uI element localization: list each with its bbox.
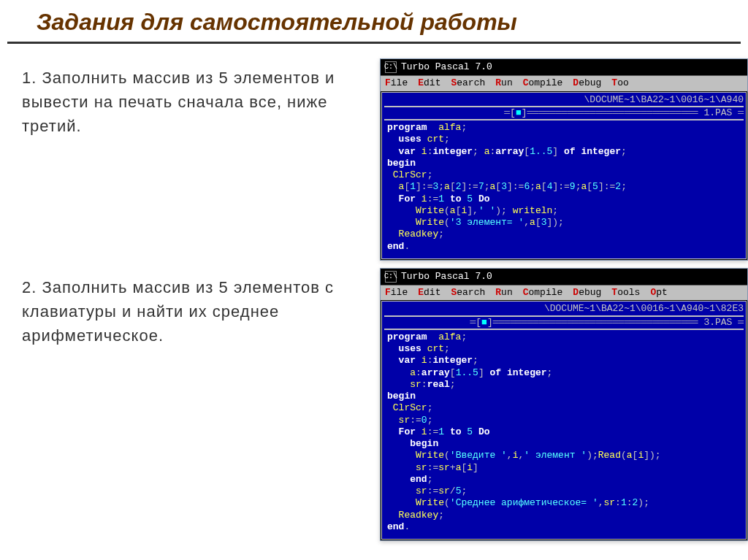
menu-options[interactable]: Opt <box>650 287 667 299</box>
editor-pane: \DOCUME~1\BA22~1\0016~1\A940 ═[■]═══════… <box>381 92 747 259</box>
turbo-pascal-window-2: C:\ Turbo Pascal 7.0 File Edit Search Ru… <box>380 268 748 541</box>
menu-debug[interactable]: Debug <box>573 77 601 89</box>
task-1-body: Заполнить массив из 5 элементов и вывест… <box>22 69 335 135</box>
editor-filename: ═[■]════════════════════════════════════… <box>384 317 744 330</box>
menu-edit[interactable]: Edit <box>418 287 440 299</box>
task-2-text: 2. Заполнить массив из 5 элементов с кла… <box>7 268 373 355</box>
menu-edit[interactable]: Edit <box>418 77 440 89</box>
code-block-2: program alfa; uses crt; var i:integer; a… <box>384 330 744 534</box>
editor-path: \DOCUME~1\BA22~1\0016~1\A940~1\82E3 <box>384 303 744 316</box>
menubar[interactable]: File Edit Search Run Compile Debug Tools… <box>381 285 747 300</box>
editor-pane: \DOCUME~1\BA22~1\0016~1\A940~1\82E3 ═[■]… <box>381 301 747 540</box>
window-title: Turbo Pascal 7.0 <box>401 61 492 73</box>
window-titlebar: C:\ Turbo Pascal 7.0 <box>381 269 747 285</box>
menu-run[interactable]: Run <box>495 77 512 89</box>
task-2-body: Заполнить массив из 5 элементов с клавиа… <box>22 278 334 345</box>
slide-title: Задания для самостоятельной работы <box>7 0 741 44</box>
menu-tools[interactable]: Tools <box>611 287 640 299</box>
editor-path: \DOCUME~1\BA22~1\0016~1\A940 <box>384 94 744 107</box>
app-icon: C:\ <box>385 61 397 73</box>
turbo-pascal-window-1: C:\ Turbo Pascal 7.0 File Edit Search Ru… <box>380 58 748 261</box>
menu-file[interactable]: File <box>385 287 408 299</box>
menu-debug[interactable]: Debug <box>573 287 601 299</box>
task-1-num: 1. <box>22 69 37 87</box>
editor-filename: ═[■]══════════════════════════════ 1.PAS… <box>384 107 744 120</box>
menu-file[interactable]: File <box>385 77 408 89</box>
menu-compile[interactable]: Compile <box>523 287 563 299</box>
content-grid: 1. Заполнить массив из 5 элементов и выв… <box>0 58 748 541</box>
task-2-num: 2. <box>22 278 37 296</box>
menu-compile[interactable]: Compile <box>523 77 563 89</box>
window-titlebar: C:\ Turbo Pascal 7.0 <box>381 59 747 76</box>
menu-run[interactable]: Run <box>495 287 512 299</box>
window-title: Turbo Pascal 7.0 <box>401 271 492 283</box>
menu-search[interactable]: Search <box>451 77 485 89</box>
menubar[interactable]: File Edit Search Run Compile Debug Too <box>381 76 747 91</box>
code-block-1: program alfa; uses crt; var i:integer; a… <box>384 120 744 254</box>
task-1-text: 1. Заполнить массив из 5 элементов и выв… <box>7 58 373 145</box>
menu-tools[interactable]: Too <box>611 77 628 89</box>
menu-search[interactable]: Search <box>451 287 485 299</box>
app-icon: C:\ <box>385 271 397 283</box>
